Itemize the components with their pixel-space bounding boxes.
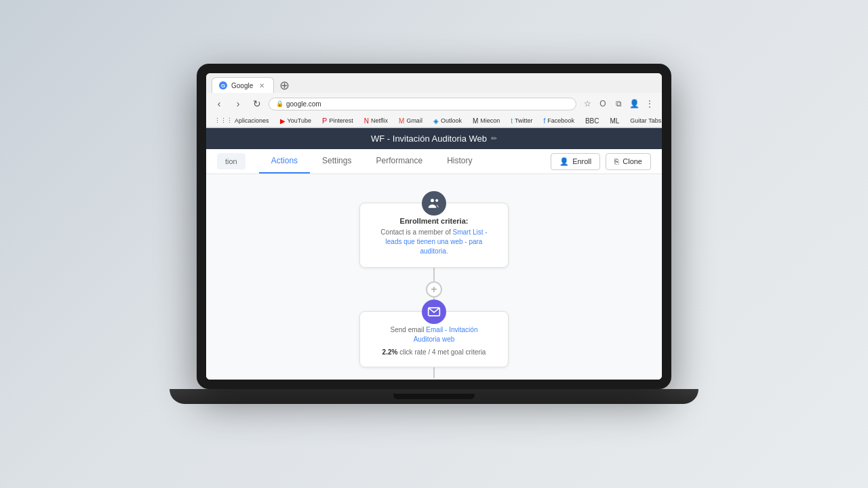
workflow-canvas: Enrollment criteria: Contact is a member… xyxy=(206,174,662,380)
browser-toolbar: ‹ › ↻ 🔒 google.com ☆ O ⧉ 👤 ⋮ xyxy=(206,93,662,115)
app-content: WF - Invitación Auditoria Web ✏ tion Act… xyxy=(206,128,662,380)
address-bar[interactable]: 🔒 google.com xyxy=(269,98,576,110)
email-step-icon xyxy=(422,300,446,324)
forward-button[interactable]: › xyxy=(231,96,245,111)
email-stats: 2.2% click rate / 4 met goal criteria xyxy=(376,348,492,356)
tab-settings[interactable]: Settings xyxy=(310,149,363,174)
bottom-connector xyxy=(433,367,435,378)
tab-actions[interactable]: Actions xyxy=(259,149,310,174)
bookmark-guitartabs[interactable]: Guitar Tabs xyxy=(627,117,662,125)
enrollment-text: Contact is a member of Smart List - lead… xyxy=(376,228,492,256)
nav-back-label[interactable]: tion xyxy=(217,153,245,169)
reload-button[interactable]: ↻ xyxy=(250,96,264,111)
bookmark-star-button[interactable]: ☆ xyxy=(580,97,594,110)
bookmark-twitter[interactable]: t Twitter xyxy=(508,117,535,125)
enrollment-icon xyxy=(422,191,446,216)
nav-actions: 👤 Enroll ⎘ Clone xyxy=(551,153,651,170)
bookmark-youtube[interactable]: ▶ YouTube xyxy=(277,117,314,125)
enroll-button[interactable]: 👤 Enroll xyxy=(551,153,600,170)
connector-line-top xyxy=(433,268,435,281)
bookmark-netflix[interactable]: N Netflix xyxy=(361,117,391,125)
enrollment-criteria-card: Enrollment criteria: Contact is a member… xyxy=(359,203,509,268)
tab-favicon: G xyxy=(219,81,227,89)
bookmark-facebook[interactable]: f Facebook xyxy=(541,117,577,125)
app-nav: tion Actions Settings Performance xyxy=(206,149,662,174)
nav-tabs: Actions Settings Performance History xyxy=(259,149,551,174)
tab-history[interactable]: History xyxy=(435,149,484,174)
tab-label: Google xyxy=(231,82,253,89)
enroll-icon: 👤 xyxy=(559,157,569,166)
tab-close-button[interactable]: ✕ xyxy=(257,81,267,90)
enrollment-title: Enrollment criteria: xyxy=(376,217,492,225)
svg-point-0 xyxy=(431,199,434,202)
tab-performance[interactable]: Performance xyxy=(363,149,435,174)
browser-chrome: G Google ✕ ⊕ ‹ › ↻ 🔒 google.com xyxy=(206,73,662,128)
extensions-button[interactable]: ⧉ xyxy=(612,97,625,110)
bookmark-apps[interactable]: ⋮⋮⋮ Aplicaciones xyxy=(212,117,272,125)
menu-button[interactable]: ⋮ xyxy=(643,97,656,110)
laptop-screen: G Google ✕ ⊕ ‹ › ↻ 🔒 google.com xyxy=(197,64,671,389)
add-step-button[interactable]: + xyxy=(426,281,442,298)
email-step-text: Send email Email - Invitación Auditoria … xyxy=(376,325,492,344)
click-rate: 2.2% xyxy=(382,348,398,356)
app-header: WF - Invitación Auditoria Web ✏ xyxy=(206,128,662,149)
workflow-title: WF - Invitación Auditoria Web xyxy=(371,134,487,144)
bookmark-mercadolibre[interactable]: ML xyxy=(607,117,622,125)
laptop-base xyxy=(170,389,698,404)
edit-title-icon[interactable]: ✏ xyxy=(491,134,497,143)
clone-icon: ⎘ xyxy=(614,157,619,165)
browser-tab-google[interactable]: G Google ✕ xyxy=(212,77,274,93)
svg-point-1 xyxy=(435,199,438,202)
email-step-card: Send email Email - Invitación Auditoria … xyxy=(359,311,509,367)
bookmark-gmail[interactable]: M Gmail xyxy=(396,117,425,125)
opera-button[interactable]: O xyxy=(596,97,610,110)
bookmark-pinterest[interactable]: P Pinterest xyxy=(319,116,356,125)
address-text: google.com xyxy=(286,100,321,108)
lock-icon: 🔒 xyxy=(276,100,283,107)
profile-button[interactable]: 👤 xyxy=(627,97,641,110)
bookmark-miecon[interactable]: M Miecon xyxy=(470,117,502,125)
app-header-title: WF - Invitación Auditoria Web ✏ xyxy=(371,134,497,144)
new-tab-button[interactable]: ⊕ xyxy=(277,78,292,93)
browser-tabs: G Google ✕ ⊕ xyxy=(206,73,662,93)
bookmark-outlook[interactable]: ◈ Outlook xyxy=(431,117,465,125)
back-button[interactable]: ‹ xyxy=(212,96,226,111)
laptop-notch xyxy=(393,394,475,399)
clone-button[interactable]: ⎘ Clone xyxy=(606,153,651,170)
toolbar-actions: ☆ O ⧉ 👤 ⋮ xyxy=(580,97,656,110)
bookmark-bbc[interactable]: BBC xyxy=(583,117,602,125)
laptop-base-wrap xyxy=(170,389,698,404)
bookmarks-bar: ⋮⋮⋮ Aplicaciones ▶ YouTube P Pinterest N… xyxy=(206,115,662,127)
